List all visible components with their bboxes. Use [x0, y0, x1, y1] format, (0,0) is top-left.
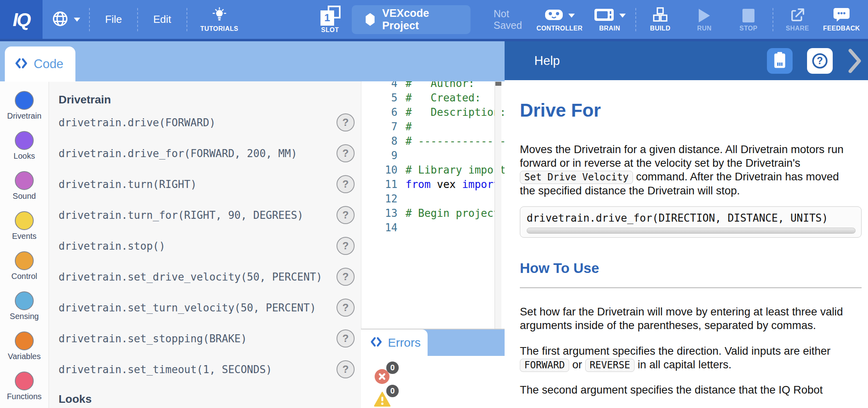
- command-code[interactable]: drivetrain.turn_for(RIGHT, 90, DEGREES): [59, 209, 303, 221]
- line-code: from vex import: [406, 177, 500, 192]
- command-code[interactable]: drivetrain.set_drive_velocity(50, PERCEN…: [59, 271, 322, 283]
- errors-tab-strip: Errors: [361, 329, 505, 356]
- sidebar-category-functions[interactable]: Functions: [7, 372, 42, 401]
- save-status: Not Saved: [494, 8, 534, 31]
- line-code: # Author:: [406, 81, 475, 91]
- command-help-button[interactable]: ?: [337, 237, 355, 255]
- line-number: 8: [361, 134, 397, 148]
- code-brackets-icon: [370, 336, 383, 349]
- editor-line[interactable]: 5# Created:: [361, 91, 505, 105]
- project-name-button[interactable]: VEXcode Project: [352, 5, 471, 34]
- controller-icon: [544, 8, 564, 23]
- help-code-example-box: drivetrain.drive_for(DIRECTION, DISTANCE…: [520, 206, 862, 238]
- run-play-icon: [699, 9, 710, 22]
- line-number: 12: [361, 192, 397, 206]
- category-label: Drivetrain: [7, 111, 42, 121]
- category-label: Sound: [13, 192, 36, 201]
- command-help-button[interactable]: ?: [337, 113, 355, 131]
- help-question-button[interactable]: ?: [807, 48, 833, 74]
- command-help-button[interactable]: ?: [337, 360, 355, 378]
- line-code: # Created:: [406, 91, 481, 105]
- stop-button: STOP: [728, 7, 769, 32]
- command-row[interactable]: drivetrain.set_stopping(BRAKE)?: [59, 323, 361, 354]
- command-code[interactable]: drivetrain.set_turn_velocity(50, PERCENT…: [59, 302, 316, 314]
- slot-button[interactable]: 1 SLOT: [320, 6, 341, 34]
- editor-vertical-scrollbar[interactable]: [495, 81, 501, 329]
- language-menu[interactable]: [51, 10, 80, 29]
- command-row[interactable]: drivetrain.set_turn_velocity(50, PERCENT…: [59, 292, 361, 323]
- editor-line[interactable]: 11from vex import: [361, 177, 505, 192]
- sidebar-category-events[interactable]: Events: [12, 211, 37, 241]
- category-sidebar: DrivetrainLooksSoundEventsControlSensing…: [0, 81, 49, 408]
- category-color-dot[interactable]: [15, 91, 34, 110]
- command-row[interactable]: drivetrain.drive(FORWARD)?: [59, 107, 361, 138]
- sidebar-category-drivetrain[interactable]: Drivetrain: [7, 91, 42, 121]
- command-code[interactable]: drivetrain.set_stopping(BRAKE): [59, 333, 247, 345]
- command-help-button[interactable]: ?: [337, 175, 355, 193]
- command-help-button[interactable]: ?: [337, 329, 355, 347]
- command-row[interactable]: drivetrain.turn(RIGHT)?: [59, 169, 361, 200]
- feedback-button[interactable]: FEEDBACK: [821, 7, 862, 32]
- category-color-dot[interactable]: [15, 372, 34, 390]
- category-label: Functions: [7, 392, 42, 401]
- sidebar-category-sensing[interactable]: Sensing: [10, 291, 39, 321]
- warning-count-item: 0: [375, 385, 401, 407]
- command-help-button[interactable]: ?: [337, 268, 355, 286]
- command-code[interactable]: drivetrain.set_timeout(1, SECONDS): [59, 364, 272, 376]
- collapse-help-button[interactable]: [847, 48, 862, 73]
- stop-square-icon: [742, 9, 754, 22]
- category-color-dot[interactable]: [15, 131, 34, 150]
- brain-help-button[interactable]: [767, 48, 793, 74]
- editor-line[interactable]: 9: [361, 148, 505, 163]
- command-help-button[interactable]: ?: [337, 144, 355, 162]
- category-label: Variables: [8, 352, 41, 361]
- command-code[interactable]: drivetrain.turn(RIGHT): [59, 178, 197, 190]
- command-row[interactable]: drivetrain.turn_for(RIGHT, 90, DEGREES)?: [59, 200, 361, 230]
- line-number: 4: [361, 81, 397, 91]
- category-color-dot[interactable]: [15, 291, 34, 310]
- editor-line[interactable]: 7#: [361, 119, 505, 134]
- command-row[interactable]: drivetrain.drive_for(FORWARD, 200, MM)?: [59, 138, 361, 169]
- file-menu[interactable]: File: [91, 13, 136, 26]
- sidebar-category-looks[interactable]: Looks: [14, 131, 35, 161]
- line-code: # Library imports: [406, 163, 505, 177]
- controller-button[interactable]: CONTROLLER: [534, 7, 585, 32]
- sidebar-category-control[interactable]: Control: [11, 251, 37, 281]
- command-help-button[interactable]: ?: [337, 299, 355, 317]
- category-color-dot[interactable]: [15, 251, 34, 270]
- scrollbar-thumb[interactable]: [495, 82, 501, 86]
- command-code[interactable]: drivetrain.stop(): [59, 240, 165, 252]
- edit-menu[interactable]: Edit: [139, 13, 186, 26]
- brain-button[interactable]: BRAIN: [587, 7, 632, 32]
- sidebar-category-variables[interactable]: Variables: [8, 331, 41, 361]
- text-segment: The first argument specifies the directi…: [520, 345, 830, 357]
- toolbar-separator: [187, 8, 187, 31]
- editor-line[interactable]: 6# Description:: [361, 105, 505, 119]
- sidebar-category-sound[interactable]: Sound: [13, 171, 36, 201]
- command-row[interactable]: drivetrain.set_drive_velocity(50, PERCEN…: [59, 261, 361, 292]
- command-code[interactable]: drivetrain.drive(FORWARD): [59, 117, 215, 129]
- category-color-dot[interactable]: [15, 331, 34, 350]
- editor-line[interactable]: 8# ------------------------------: [361, 134, 505, 148]
- line-code: # ------------------------------: [406, 134, 505, 148]
- tab-code[interactable]: Code: [5, 46, 75, 82]
- editor-line[interactable]: 4# Author:: [361, 81, 505, 91]
- help-intro-paragraph: Moves the Drivetrain for a given distanc…: [520, 143, 857, 198]
- code-box-horizontal-scrollbar[interactable]: [527, 228, 856, 234]
- editor-line[interactable]: 14: [361, 220, 505, 235]
- command-code[interactable]: drivetrain.drive_for(FORWARD, 200, MM): [59, 147, 297, 160]
- command-row[interactable]: drivetrain.set_timeout(1, SECONDS)?: [59, 354, 361, 385]
- top-toolbar: IQ File Edit TUTORIALS: [0, 0, 868, 39]
- editor-line[interactable]: 12: [361, 192, 505, 206]
- tab-errors[interactable]: Errors: [361, 329, 428, 356]
- tutorials-button[interactable]: TUTORIALS: [194, 7, 245, 32]
- python-editor[interactable]: 4# Author:5# Created:6# Description:7#8#…: [361, 81, 505, 329]
- category-color-dot[interactable]: [15, 171, 34, 190]
- build-button[interactable]: BUILD: [639, 7, 681, 32]
- category-color-dot[interactable]: [15, 211, 34, 230]
- editor-line[interactable]: 10# Library imports: [361, 163, 505, 177]
- command-help-button[interactable]: ?: [337, 206, 355, 224]
- text-segment: in all capital letters.: [635, 358, 732, 371]
- command-row[interactable]: drivetrain.stop()?: [59, 230, 361, 261]
- editor-line[interactable]: 13# Begin project: [361, 206, 505, 220]
